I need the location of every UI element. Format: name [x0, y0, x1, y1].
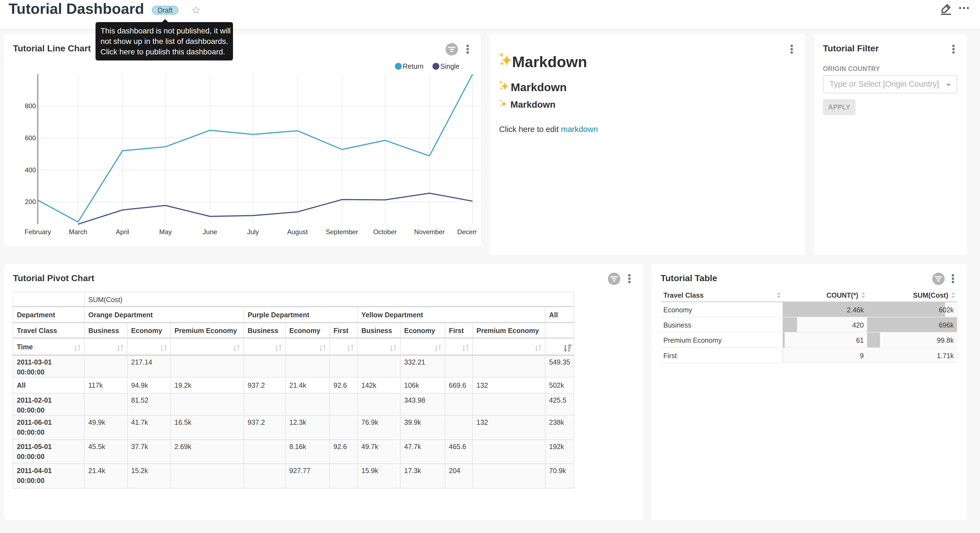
svg-text:47.7k: 47.7k [404, 443, 421, 450]
svg-text:39.9k: 39.9k [404, 418, 421, 426]
svg-text:Economy: Economy [131, 327, 162, 334]
svg-text:00:00:00: 00:00:00 [17, 477, 45, 484]
svg-text:2011-02-01: 2011-02-01 [17, 396, 52, 404]
svg-text:117k: 117k [88, 381, 103, 389]
svg-text:81.52: 81.52 [131, 396, 148, 404]
svg-text:19.2k: 19.2k [175, 381, 192, 389]
svg-text:00:00:00: 00:00:00 [17, 368, 45, 376]
svg-text:106k: 106k [404, 381, 419, 389]
svg-text:2011-05-01: 2011-05-01 [17, 443, 52, 450]
svg-text:70.9k: 70.9k [549, 467, 566, 474]
svg-text:9: 9 [860, 352, 864, 359]
svg-text:12.3k: 12.3k [289, 418, 306, 426]
svg-text:Business: Business [248, 327, 278, 334]
svg-text:00:00:00: 00:00:00 [17, 406, 45, 414]
svg-text:400: 400 [25, 166, 36, 174]
svg-text:October: October [373, 228, 397, 236]
svg-text:Yellow Department: Yellow Department [361, 311, 423, 319]
svg-text:2011-04-01: 2011-04-01 [17, 467, 52, 474]
svg-text:132: 132 [476, 418, 488, 426]
svg-text:937.2: 937.2 [248, 418, 265, 426]
svg-text:Travel Class: Travel Class [663, 291, 704, 299]
svg-text:SUM(Cost): SUM(Cost) [913, 291, 948, 299]
svg-text:March: March [69, 228, 87, 236]
svg-text:Business: Business [663, 321, 691, 329]
svg-text:238k: 238k [549, 418, 564, 426]
svg-text:17.3k: 17.3k [404, 467, 421, 474]
svg-text:21.4k: 21.4k [289, 381, 306, 389]
svg-text:First: First [449, 327, 464, 334]
svg-text:Premium Economy: Premium Economy [476, 327, 539, 334]
svg-text:2011-03-01: 2011-03-01 [17, 358, 52, 366]
svg-text:Return: Return [403, 62, 423, 70]
svg-text:Economy: Economy [404, 327, 435, 334]
svg-text:37.7k: 37.7k [131, 443, 148, 450]
svg-text:669.6: 669.6 [449, 381, 466, 389]
svg-text:Purple Department: Purple Department [248, 311, 309, 319]
svg-text:343.98: 343.98 [404, 396, 425, 404]
svg-text:SUM(Cost): SUM(Cost) [88, 296, 123, 303]
svg-text:Business: Business [88, 327, 119, 334]
svg-text:Single: Single [440, 62, 460, 70]
svg-text:420: 420 [852, 321, 864, 329]
svg-text:16.5k: 16.5k [175, 418, 192, 426]
svg-text:76.9k: 76.9k [361, 418, 379, 426]
svg-text:937.2: 937.2 [248, 381, 265, 389]
svg-text:502k: 502k [549, 381, 564, 389]
svg-text:July: July [247, 228, 259, 236]
svg-text:425.5: 425.5 [549, 396, 566, 404]
svg-text:February: February [25, 228, 51, 236]
svg-text:465.6: 465.6 [449, 443, 466, 450]
svg-text:First: First [334, 327, 348, 334]
svg-text:204: 204 [449, 467, 460, 474]
svg-text:Time: Time [17, 343, 33, 351]
svg-text:00:00:00: 00:00:00 [17, 453, 45, 460]
svg-text:99.8k: 99.8k [937, 337, 954, 344]
svg-text:217.14: 217.14 [131, 358, 153, 366]
svg-text:1.71k: 1.71k [937, 352, 954, 359]
svg-text:All: All [17, 381, 25, 389]
svg-text:May: May [159, 228, 172, 236]
svg-text:Economy: Economy [663, 306, 692, 314]
svg-text:8.16k: 8.16k [289, 443, 306, 450]
svg-text:92.6: 92.6 [334, 443, 347, 450]
svg-text:September: September [326, 228, 358, 236]
svg-text:2.46k: 2.46k [847, 306, 864, 314]
svg-text:142k: 142k [361, 381, 377, 389]
svg-text:Economy: Economy [289, 327, 320, 334]
svg-text:00:00:00: 00:00:00 [17, 428, 45, 436]
svg-text:Department: Department [17, 311, 56, 319]
svg-text:549.35: 549.35 [549, 358, 570, 366]
svg-text:15.9k: 15.9k [361, 467, 379, 474]
svg-text:45.5k: 45.5k [88, 443, 105, 450]
svg-text:2011-06-01: 2011-06-01 [17, 418, 52, 426]
svg-text:2.69k: 2.69k [175, 443, 192, 450]
svg-text:Business: Business [361, 327, 392, 334]
svg-text:August: August [287, 228, 308, 236]
svg-text:41.7k: 41.7k [131, 418, 148, 426]
svg-text:21.4k: 21.4k [88, 467, 105, 474]
svg-text:49.9k: 49.9k [88, 418, 105, 426]
svg-text:200: 200 [25, 198, 36, 206]
svg-text:Premium Economy: Premium Economy [663, 337, 722, 344]
svg-text:192k: 192k [549, 443, 564, 450]
svg-text:332.21: 332.21 [404, 358, 425, 366]
svg-text:All: All [549, 311, 558, 319]
svg-text:Premium Economy: Premium Economy [175, 327, 237, 334]
svg-text:April: April [116, 228, 129, 236]
svg-text:Orange Department: Orange Department [88, 311, 153, 319]
svg-text:927.77: 927.77 [289, 467, 310, 474]
svg-text:June: June [203, 228, 217, 236]
svg-text:800: 800 [25, 102, 36, 110]
svg-text:November: November [414, 228, 445, 236]
svg-text:602k: 602k [939, 306, 954, 314]
svg-text:696k: 696k [939, 321, 954, 329]
svg-text:61: 61 [856, 337, 864, 344]
svg-text:92.6: 92.6 [334, 381, 347, 389]
svg-text:COUNT(*): COUNT(*) [827, 291, 858, 299]
svg-text:Travel Class: Travel Class [17, 327, 57, 334]
svg-text:15.2k: 15.2k [131, 467, 148, 474]
svg-text:First: First [663, 352, 677, 359]
svg-text:600: 600 [25, 134, 36, 142]
svg-text:49.7k: 49.7k [361, 443, 379, 450]
